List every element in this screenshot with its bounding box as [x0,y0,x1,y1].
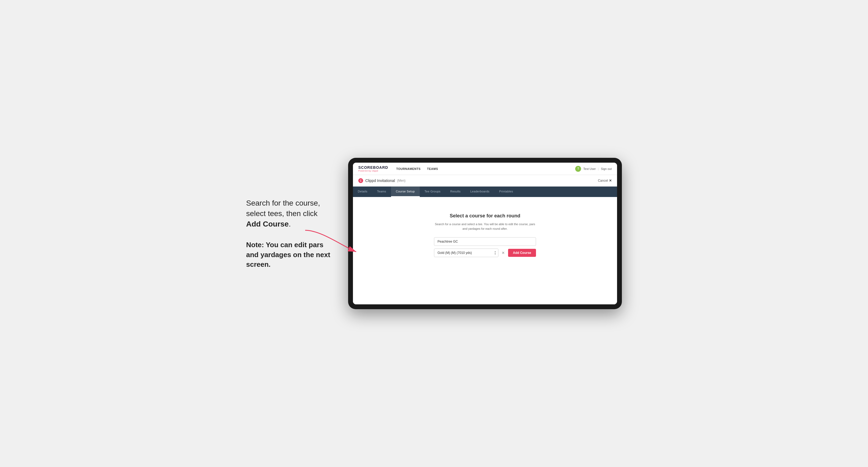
tab-leaderboards[interactable]: Leaderboards [465,187,494,197]
tab-results[interactable]: Results [445,187,465,197]
header-right: T Test User | Sign out [575,166,612,172]
header-left: SCOREBOARD Powered by clippd TOURNAMENTS… [358,165,438,172]
tab-nav: Details Teams Course Setup Tee Groups Re… [353,187,617,197]
nav-teams[interactable]: TEAMS [427,167,438,170]
form-description: Search for a course and select a tee. Yo… [434,222,536,231]
form-title: Select a course for each round [434,213,536,219]
tournament-name: Clippd Invitational [365,179,395,183]
tee-select-row: Gold (M) (M) (7010 yds) ▲ ▼ ✕ Add Course [434,249,536,257]
tournament-title: C Clippd Invitational (Men) [358,178,406,183]
tee-select-wrapper: Gold (M) (M) (7010 yds) ▲ ▼ [434,249,498,257]
tab-details[interactable]: Details [353,187,372,197]
tablet-screen: SCOREBOARD Powered by clippd TOURNAMENTS… [353,163,617,304]
main-content: Select a course for each round Search fo… [353,197,617,304]
logo-brand: clippd [372,169,378,172]
logo-area: SCOREBOARD Powered by clippd [358,165,388,172]
tab-printables[interactable]: Printables [494,187,518,197]
course-form: Select a course for each round Search fo… [434,213,536,257]
add-course-emphasis: Add Course [246,220,289,228]
add-course-button[interactable]: Add Course [508,249,536,257]
app-header: SCOREBOARD Powered by clippd TOURNAMENTS… [353,163,617,175]
tab-course-setup[interactable]: Course Setup [391,187,420,197]
user-name: Test User [583,167,596,170]
tournament-gender: (Men) [397,179,406,183]
cancel-x-icon: ✕ [609,179,612,183]
cancel-button[interactable]: Cancel ✕ [598,179,612,183]
course-search-input[interactable] [434,237,536,246]
sign-out-link[interactable]: Sign out [601,167,612,170]
logo-title: SCOREBOARD [358,165,388,169]
tournament-icon: C [358,178,363,183]
pipe-separator: | [598,167,599,170]
user-avatar: T [575,166,581,172]
clear-tee-button[interactable]: ✕ [501,251,506,255]
instruction-panel: Search for the course, select tees, then… [246,198,332,270]
nav-tournaments[interactable]: TOURNAMENTS [396,167,421,170]
tab-tee-groups[interactable]: Tee Groups [420,187,445,197]
instruction-text: Search for the course, select tees, then… [246,198,332,229]
tablet-frame: SCOREBOARD Powered by clippd TOURNAMENTS… [348,158,622,309]
tournament-header: C Clippd Invitational (Men) Cancel ✕ [353,175,617,187]
tee-select[interactable]: Gold (M) (M) (7010 yds) [434,249,498,257]
page-wrapper: Search for the course, select tees, then… [246,158,622,309]
tab-teams[interactable]: Teams [372,187,391,197]
note-text: Note: You can edit pars and yardages on … [246,240,332,269]
main-nav: TOURNAMENTS TEAMS [396,167,438,170]
logo-subtitle: Powered by clippd [358,169,388,172]
